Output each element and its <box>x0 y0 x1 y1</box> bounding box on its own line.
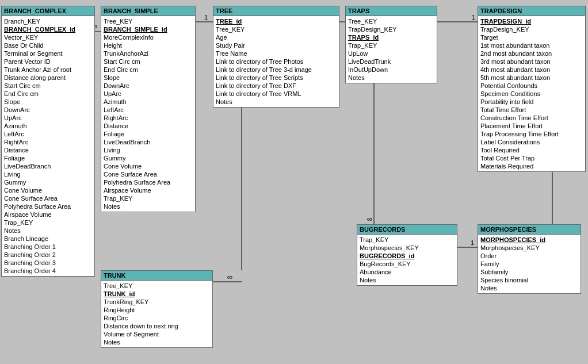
field-gummy: Gummy <box>104 154 193 162</box>
field-uplow: UpLow <box>348 49 434 58</box>
field-azimuth: Azimuth <box>4 122 92 130</box>
field-branch-complex-id: BRANCH_COMPLEX_id <box>4 25 92 33</box>
trapdesign-header: TRAPDESIGN <box>478 6 585 16</box>
field-trap-key: Trap_KEY <box>4 219 92 227</box>
field-branching-order-3: Branching Order 3 <box>4 259 92 267</box>
traps-table: TRAPS Tree_KEY TrapDesign_KEY TRAPS_id T… <box>345 6 437 83</box>
field-leftarc: LeftArc <box>104 106 193 114</box>
morphospecies-header: MORPHOSPECIES <box>478 225 581 235</box>
field-trunk-ring-key: TrunkRing_KEY <box>104 298 210 306</box>
field-bugrecords-id: BUGRECORDS_id <box>360 252 455 260</box>
field-downarc: DownArc <box>104 82 193 90</box>
field-rightarc: RightArc <box>4 138 92 146</box>
svg-text:1: 1 <box>472 14 475 21</box>
svg-text:1: 1 <box>471 239 474 246</box>
field-notes: Notes <box>360 276 455 284</box>
field-1st-abundant: 1st most abundant taxon <box>480 41 583 49</box>
field-base-or-child: Base Or Child <box>4 41 92 49</box>
field-distance-along-parent: Distance along parent <box>4 74 92 82</box>
traps-body: Tree_KEY TrapDesign_KEY TRAPS_id Trap_KE… <box>346 16 437 83</box>
field-polyhedra-surface-area: Polyhedra Surface Area <box>4 202 92 210</box>
bugrecords-header: BUGRECORDS <box>357 225 457 235</box>
field-morphospecies-id: MORPHOSPECIES_id <box>480 236 578 244</box>
field-ring-circ: RingCirc <box>104 314 210 322</box>
field-cone-surface-area: Cone Surface Area <box>4 194 92 202</box>
canvas: 1 ∞ Branch ∞ 1 1 ∞ ∞ 1 ∞ 1 1 ∞ ∞ 1 1 BR <box>0 0 588 364</box>
field-notes: Notes <box>4 227 92 235</box>
field-link-scripts: Link to directory of Tree Scripts <box>216 74 337 82</box>
bugrecords-body: Trap_KEY Morphospecies_KEY BUGRECORDS_id… <box>357 235 457 285</box>
field-2nd-abundant: 2nd most abundant taxon <box>480 49 583 58</box>
field-cone-volume: Cone Volume <box>104 162 193 170</box>
field-end-circ-cm: End Circ cm <box>104 66 193 74</box>
field-notes: Notes <box>104 338 210 346</box>
field-livedeadbranch: LiveDeadBranch <box>4 162 92 170</box>
field-morphospecies-key: Morphospecies_KEY <box>480 244 578 252</box>
field-notes: Notes <box>480 284 578 292</box>
field-link-vrml: Link to directory of Tree VRML <box>216 90 337 98</box>
field-height: Height <box>104 41 193 49</box>
field-terminal-segment: Terminal or Segment <box>4 49 92 58</box>
field-vector-key: Vector_KEY <box>4 33 92 41</box>
field-notes: Notes <box>348 74 434 82</box>
morphospecies-body: MORPHOSPECIES_id Morphospecies_KEY Order… <box>478 235 581 293</box>
field-branching-order-4: Branching Order 4 <box>4 267 92 275</box>
field-living: Living <box>104 146 193 154</box>
field-uparc: UpArc <box>104 90 193 98</box>
branch-complex-table: BRANCH_COMPLEX Branch_KEY BRANCH_COMPLEX… <box>1 6 95 277</box>
field-subfamily: Subfamily <box>480 268 578 276</box>
branch-complex-header: BRANCH_COMPLEX <box>2 6 94 16</box>
field-link-photos: Link to directory of Tree Photos <box>216 58 337 66</box>
field-parent-vector-id: Parent Vector ID <box>4 58 92 66</box>
field-trunk-anchor-azi: Trunk Anchor Azi of root <box>4 66 92 74</box>
field-airspace-volume: Airspace Volume <box>104 186 193 194</box>
field-trap-key: Trap_KEY <box>348 41 434 49</box>
field-3rd-abundant: 3rd most abundant taxon <box>480 58 583 66</box>
field-slope: Slope <box>4 98 92 106</box>
field-foliage: Foliage <box>104 130 193 138</box>
field-start-circ-cm: Start Circ cm <box>104 58 193 66</box>
field-4th-abundant: 4th most abundant taxon <box>480 66 583 74</box>
field-trapdesign-key: TrapDesign_KEY <box>348 25 434 33</box>
branch-complex-body: Branch_KEY BRANCH_COMPLEX_id Vector_KEY … <box>2 16 94 276</box>
branch-simple-header: BRANCH_SIMPLE <box>101 6 195 16</box>
field-tree-name: Tree Name <box>216 49 337 58</box>
field-placement-time-effort: Placement Time Effort <box>480 122 583 130</box>
branch-simple-table: BRANCH_SIMPLE Tree_KEY BRANCH_SIMPLE_id … <box>101 6 196 212</box>
field-slope: Slope <box>104 74 193 82</box>
field-cone-volume: Cone Volume <box>4 186 92 194</box>
traps-header: TRAPS <box>346 6 437 16</box>
svg-text:1: 1 <box>204 14 208 21</box>
tree-table: TREE TREE_id Tree_KEY Age Study Pair Tre… <box>213 6 339 108</box>
field-livedeadbranch: LiveDeadBranch <box>104 138 193 146</box>
svg-text:∞: ∞ <box>367 214 372 223</box>
tree-body: TREE_id Tree_KEY Age Study Pair Tree Nam… <box>213 16 339 107</box>
field-volume-segment: Volume of Segment <box>104 330 210 338</box>
morphospecies-table: MORPHOSPECIES MORPHOSPECIES_id Morphospe… <box>478 224 581 294</box>
field-branching-order-2: Branching Order 2 <box>4 251 92 259</box>
field-cone-surface-area: Cone Surface Area <box>104 170 193 178</box>
field-total-cost: Total Cost Per Trap <box>480 154 583 162</box>
field-ring-height: RingHeight <box>104 306 210 314</box>
field-age: Age <box>216 33 337 41</box>
field-species-binomial: Species binomial <box>480 276 578 284</box>
branch-simple-body: Tree_KEY BRANCH_SIMPLE_id MoreComplexInf… <box>101 16 195 212</box>
field-total-time-effort: Total Time Effort <box>480 106 583 114</box>
field-tree-key: Tree_KEY <box>104 282 210 290</box>
field-order: Order <box>480 252 578 260</box>
field-gummy: Gummy <box>4 178 92 186</box>
field-tree-id: TREE_id <box>216 17 337 25</box>
field-living: Living <box>4 170 92 178</box>
trunk-header: TRUNK <box>101 271 212 281</box>
field-leftarc: LeftArc <box>4 130 92 138</box>
field-tree-key: Tree_KEY <box>348 17 434 25</box>
field-notes: Notes <box>104 202 193 210</box>
field-trap-key: Trap_KEY <box>360 236 455 244</box>
field-notes: Notes <box>216 98 337 106</box>
field-azimuth: Azimuth <box>104 98 193 106</box>
field-construction-time-effort: Construction Time Effort <box>480 114 583 122</box>
field-specimen-conditions: Specimen Conditions <box>480 90 583 98</box>
field-5th-abundant: 5th most abundant taxon <box>480 74 583 82</box>
field-family: Family <box>480 260 578 268</box>
trapdesign-body: TRAPDESIGN_id TrapDesign_KEY Target 1st … <box>478 16 585 171</box>
